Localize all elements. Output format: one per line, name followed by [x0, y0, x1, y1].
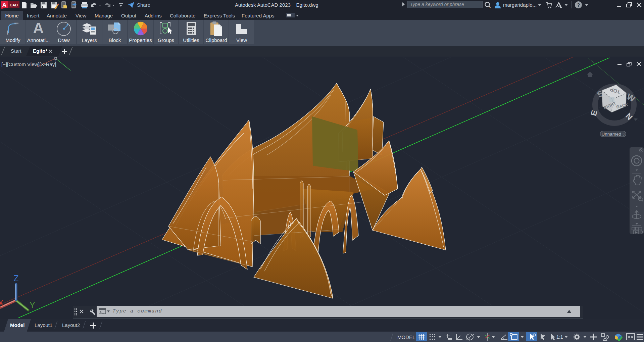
svg-text:A: A: [2, 2, 6, 8]
svg-text:Y: Y: [30, 300, 35, 310]
svg-text:?: ?: [577, 2, 580, 8]
svg-text:CAD: CAD: [10, 3, 18, 7]
svg-text:Z: Z: [13, 274, 18, 283]
svg-text:X: X: [0, 298, 4, 308]
